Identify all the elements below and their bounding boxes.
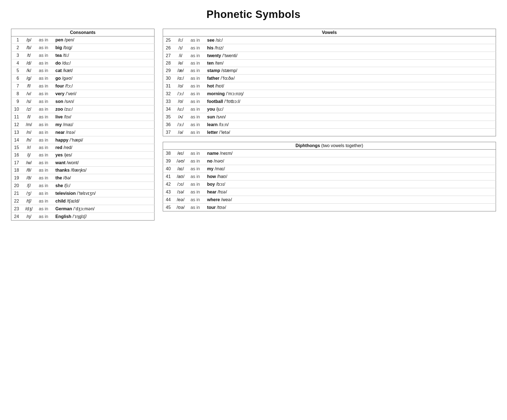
as-in-label: as in xyxy=(188,105,204,113)
example-word: tour /tʊə/ xyxy=(204,204,496,211)
table-row: 39 /əʊ/ as in no /nəʊ/ xyxy=(163,157,496,165)
table-row: 26 /ɪ/ as in his /hɪz/ xyxy=(163,44,496,52)
example-word: child /tʃaɪld/ xyxy=(53,197,154,205)
phonetic-symbol: /ŋ/ xyxy=(22,213,36,220)
row-number: 17 xyxy=(11,159,22,167)
as-in-label: as in xyxy=(36,136,53,144)
as-in-label: as in xyxy=(36,213,53,220)
phonetic-symbol: /k/ xyxy=(22,67,36,75)
consonants-section: Consonants 1 /p/ as in pen /pen/ 2 /b/ a… xyxy=(11,29,154,220)
as-in-label: as in xyxy=(188,196,204,204)
example-word: no /nəʊ/ xyxy=(204,157,496,165)
row-number: 2 xyxy=(11,44,22,52)
as-in-label: as in xyxy=(188,157,204,165)
table-row: 41 /aʊ/ as in how /haʊ/ xyxy=(163,173,496,180)
as-in-label: as in xyxy=(188,165,204,173)
row-number: 14 xyxy=(11,136,22,144)
as-in-label: as in xyxy=(36,82,53,90)
row-number: 25 xyxy=(163,36,174,44)
example-word: sun /sʌn/ xyxy=(204,113,496,121)
phonetic-symbol: /w/ xyxy=(22,159,36,167)
phonetic-symbol: /s/ xyxy=(22,98,36,105)
example-word: letter /ˈletə/ xyxy=(204,129,496,136)
table-row: 5 /k/ as in cat /kæt/ xyxy=(11,67,154,75)
as-in-label: as in xyxy=(36,197,53,205)
phonetic-symbol: /eɪ/ xyxy=(174,150,188,157)
as-in-label: as in xyxy=(188,204,204,211)
phonetic-symbol: /p/ xyxy=(22,36,36,44)
right-section: Vowels 25 /iː/ as in see /siː/ 26 /ɪ/ as… xyxy=(163,29,496,211)
example-word: you /juː/ xyxy=(204,105,496,113)
example-word: she /ʃiː/ xyxy=(53,182,154,190)
row-number: 20 xyxy=(11,182,22,190)
row-number: 29 xyxy=(163,67,174,75)
as-in-label: as in xyxy=(36,190,53,197)
row-number: 12 xyxy=(11,121,22,129)
example-word: pen /pen/ xyxy=(53,36,154,44)
row-number: 30 xyxy=(163,75,174,82)
example-word: zoo /zuː/ xyxy=(53,105,154,113)
table-row: 38 /eɪ/ as in name /neɪm/ xyxy=(163,150,496,157)
phonetic-symbol: /ə/ xyxy=(174,129,188,136)
as-in-label: as in xyxy=(36,36,53,44)
example-word: his /hɪz/ xyxy=(204,44,496,52)
as-in-label: as in xyxy=(36,205,53,213)
phonetic-symbol: /n/ xyxy=(22,129,36,136)
as-in-label: as in xyxy=(36,167,53,174)
example-word: twenty /ˈtwenti/ xyxy=(204,52,496,60)
table-row: 6 /g/ as in go /gəʊ/ xyxy=(11,75,154,82)
example-word: my /maɪ/ xyxy=(204,165,496,173)
row-number: 34 xyxy=(163,105,174,113)
table-row: 17 /w/ as in want /wɒnt/ xyxy=(11,159,154,167)
as-in-label: as in xyxy=(188,121,204,129)
as-in-label: as in xyxy=(36,44,53,52)
row-number: 32 xyxy=(163,90,174,98)
row-number: 7 xyxy=(11,82,22,90)
phonetic-symbol: /θ/ xyxy=(22,167,36,174)
example-word: stamp /stæmp/ xyxy=(204,67,496,75)
table-row: 19 /ð/ as in the /ðə/ xyxy=(11,174,154,182)
as-in-label: as in xyxy=(36,129,53,136)
row-number: 44 xyxy=(163,196,174,204)
example-word: father /ˈfɑːðə/ xyxy=(204,75,496,82)
phonetic-symbol: /h/ xyxy=(22,136,36,144)
as-in-label: as in xyxy=(188,60,204,67)
phonetic-symbol: /ɑː/ xyxy=(174,75,188,82)
phonetic-symbol: /j/ xyxy=(22,151,36,159)
page-title: Phonetic Symbols xyxy=(11,8,496,20)
phonetic-symbol: /tʃ/ xyxy=(22,197,36,205)
diphthongs-table: Diphthongs (two vowels together) 38 /eɪ/… xyxy=(163,142,496,211)
as-in-label: as in xyxy=(188,113,204,121)
row-number: 28 xyxy=(163,60,174,67)
table-row: 23 /dʒ/ as in German /ˈdʒɜːmən/ xyxy=(11,205,154,213)
row-number: 22 xyxy=(11,197,22,205)
diphthongs-header-bold: Diphthongs xyxy=(295,143,320,148)
phonetic-symbol: /ʃ/ xyxy=(22,182,36,190)
row-number: 3 xyxy=(11,52,22,59)
phonetic-symbol: /ɜː/ xyxy=(174,121,188,129)
example-word: learn /lɜːn/ xyxy=(204,121,496,129)
table-row: 20 /ʃ/ as in she /ʃiː/ xyxy=(11,182,154,190)
table-row: 37 /ə/ as in letter /ˈletə/ xyxy=(163,129,496,136)
example-word: name /neɪm/ xyxy=(204,150,496,157)
table-row: 27 /i/ as in twenty /ˈtwenti/ xyxy=(163,52,496,60)
example-word: morning /ˈmɔːnɪŋ/ xyxy=(204,90,496,98)
example-word: go /gəʊ/ xyxy=(53,75,154,82)
row-number: 1 xyxy=(11,36,22,44)
row-number: 24 xyxy=(11,213,22,220)
phonetic-symbol: /ð/ xyxy=(22,174,36,182)
phonetic-symbol: /ɪə/ xyxy=(174,188,188,196)
as-in-label: as in xyxy=(36,67,53,75)
example-word: the /ðə/ xyxy=(53,174,154,182)
table-row: 16 /j/ as in yes /jes/ xyxy=(11,151,154,159)
row-number: 13 xyxy=(11,129,22,136)
phonetic-symbol: /uː/ xyxy=(174,105,188,113)
as-in-label: as in xyxy=(36,144,53,151)
phonetic-symbol: /dʒ/ xyxy=(22,205,36,213)
example-word: football /ˈfʊtbɔːl/ xyxy=(204,98,496,105)
row-number: 27 xyxy=(163,52,174,60)
table-row: 28 /e/ as in ten /ten/ xyxy=(163,60,496,67)
phonetic-symbol: /ʊ/ xyxy=(174,98,188,105)
example-word: happy /ˈhæpi/ xyxy=(53,136,154,144)
table-row: 34 /uː/ as in you /juː/ xyxy=(163,105,496,113)
